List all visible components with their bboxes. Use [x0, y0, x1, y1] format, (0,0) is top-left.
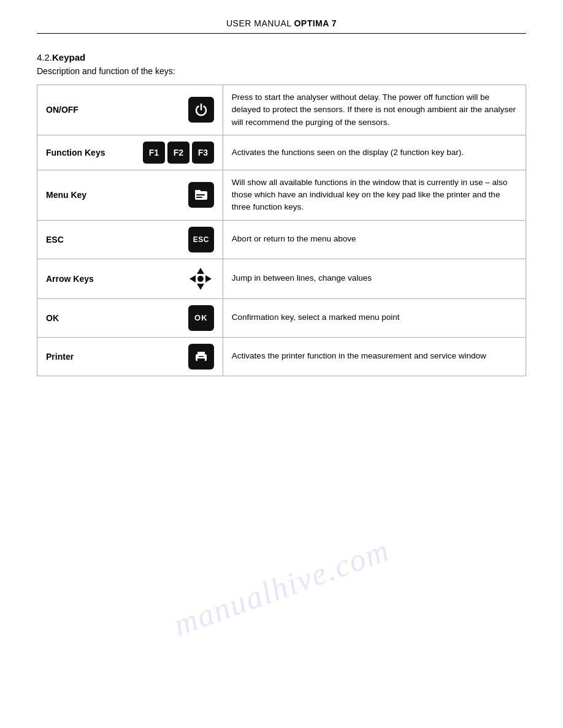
- section-description: Description and function of the keys:: [37, 66, 526, 76]
- key-icon-area-printer: [188, 344, 214, 370]
- section-title: Keypad: [52, 52, 85, 63]
- key-desc-ok: Confirmation key, select a marked menu p…: [223, 298, 526, 337]
- cell-left: OK OK: [46, 305, 214, 331]
- key-name-cell: Function Keys F1 F2 F3: [37, 135, 223, 170]
- svg-marker-7: [205, 275, 212, 282]
- key-desc-printer: Activates the printer function in the me…: [223, 337, 526, 376]
- key-name-cell: ESC ESC: [37, 220, 223, 259]
- menu-svg: [193, 187, 209, 203]
- key-desc-menu: Will show all available functions in the…: [223, 170, 526, 220]
- power-icon: [188, 97, 214, 123]
- ok-icon: OK: [188, 305, 214, 331]
- svg-rect-12: [199, 356, 204, 357]
- svg-marker-6: [190, 275, 196, 282]
- table-row: ON/OFF Press to start the analyser witho…: [37, 85, 526, 135]
- table-row: Function Keys F1 F2 F3 Activates the fun…: [37, 135, 526, 170]
- key-name-cell: Arrow Keys: [37, 259, 223, 298]
- svg-rect-3: [196, 197, 202, 198]
- cell-left: Printer: [46, 344, 214, 370]
- key-icon-area-fn: F1 F2 F3: [143, 142, 214, 164]
- key-name-fn: Function Keys: [46, 148, 105, 157]
- section-heading: 4.2.Keypad: [37, 52, 526, 63]
- key-name-printer: Printer: [46, 352, 74, 362]
- header-normal: USER MANUAL: [226, 18, 294, 28]
- page: USER MANUAL OPTIMA 7 4.2.Keypad Descript…: [0, 0, 563, 728]
- svg-marker-5: [197, 284, 204, 290]
- key-name-arrow: Arrow Keys: [46, 274, 94, 284]
- section-number: 4.2.: [37, 52, 52, 63]
- key-name-cell: Printer: [37, 337, 223, 376]
- f2-icon: F2: [167, 142, 190, 164]
- cell-left: ESC ESC: [46, 227, 214, 252]
- svg-rect-1: [195, 190, 201, 192]
- power-svg: [194, 102, 209, 117]
- table-row: Printer: [37, 337, 526, 376]
- esc-icon: ESC: [188, 227, 214, 252]
- arrow-icon: [187, 265, 214, 292]
- key-name-cell: ON/OFF: [37, 85, 223, 135]
- svg-rect-10: [197, 352, 205, 355]
- svg-marker-4: [197, 268, 204, 274]
- menu-icon: [188, 182, 214, 208]
- key-desc-arrow: Jump in between lines, change values: [223, 259, 526, 298]
- key-name-esc: ESC: [46, 235, 64, 245]
- table-row: OK OK Confirmation key, select a marked …: [37, 298, 526, 337]
- table-row: ESC ESC Abort or return to the menu abov…: [37, 220, 526, 259]
- f1-icon: F1: [143, 142, 165, 164]
- key-icon-area-arrow: [187, 265, 214, 292]
- key-icon-area-esc: ESC: [188, 227, 214, 252]
- keypad-table: ON/OFF Press to start the analyser witho…: [37, 85, 526, 376]
- watermark: manualhive.com: [169, 531, 394, 643]
- cell-left: Arrow Keys: [46, 265, 214, 292]
- key-name-ok: OK: [46, 313, 59, 323]
- svg-rect-2: [196, 194, 205, 195]
- printer-icon: [188, 344, 214, 370]
- key-icon-area-onoff: [188, 97, 214, 123]
- svg-point-8: [197, 276, 204, 282]
- table-row: Arrow Keys: [37, 259, 526, 298]
- key-desc-onoff: Press to start the analyser without dela…: [223, 85, 526, 135]
- key-name-cell: OK OK: [37, 298, 223, 337]
- key-icon-area-ok: OK: [188, 305, 214, 331]
- table-row: Menu Key Will sho: [37, 170, 526, 220]
- cell-left: Function Keys F1 F2 F3: [46, 142, 214, 164]
- key-name-menu: Menu Key: [46, 190, 86, 200]
- cell-left: Menu Key: [46, 182, 214, 208]
- key-name-cell: Menu Key: [37, 170, 223, 220]
- printer-svg: [193, 349, 209, 365]
- page-header: USER MANUAL OPTIMA 7: [37, 18, 526, 34]
- cell-left: ON/OFF: [46, 97, 214, 123]
- key-icon-area-menu: [188, 182, 214, 208]
- svg-rect-11: [197, 358, 205, 362]
- key-desc-esc: Abort or return to the menu above: [223, 220, 526, 259]
- f3-icon: F3: [192, 142, 214, 164]
- header-bold: OPTIMA 7: [294, 18, 337, 28]
- key-desc-fn: Activates the functions seen on the disp…: [223, 135, 526, 170]
- key-name-onoff: ON/OFF: [46, 105, 79, 115]
